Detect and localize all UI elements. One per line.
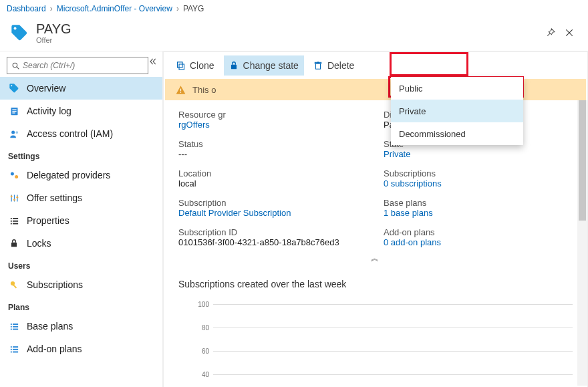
collapse-details-button[interactable]: ︽ [178, 247, 573, 267]
svg-rect-23 [13, 223, 18, 224]
state-option-private[interactable]: Private [391, 100, 523, 122]
svg-rect-26 [12, 284, 16, 288]
field-value: --- [178, 149, 368, 159]
svg-rect-33 [10, 346, 11, 348]
svg-rect-20 [10, 220, 11, 221]
field-label: Subscription [178, 198, 368, 208]
ytick: 40 [193, 371, 209, 378]
sidebar-item-label: Access control (IAM) [27, 128, 113, 139]
field-label: Add-on plans [384, 227, 573, 237]
addon-plans-link[interactable]: 0 add-on plans [384, 237, 573, 247]
state-option-public[interactable]: Public [391, 77, 523, 100]
field-label: Subscriptions [384, 168, 573, 178]
sidebar-item-activity-log[interactable]: Activity log [0, 100, 162, 122]
chevron-right-icon: › [176, 4, 179, 13]
svg-point-11 [15, 174, 18, 178]
svg-point-0 [14, 27, 17, 30]
sidebar: Overview Activity log Access control (IA… [0, 51, 163, 387]
sidebar-item-addon-plans[interactable]: Add-on plans [0, 338, 162, 360]
svg-rect-37 [10, 351, 11, 352]
page-subtitle: Offer [36, 36, 71, 44]
chevron-right-icon: › [50, 4, 53, 13]
breadcrumb-dashboard[interactable]: Dashboard [7, 4, 46, 13]
sidebar-item-label: Properties [27, 215, 69, 226]
settings-icon [8, 193, 20, 203]
breadcrumb: Dashboard › Microsoft.AdminOffer - Overv… [0, 0, 588, 17]
offer-tag-icon [9, 23, 29, 43]
sidebar-item-subscriptions[interactable]: Subscriptions [0, 273, 162, 296]
breadcrumb-offer[interactable]: Microsoft.AdminOffer - Overview [57, 4, 172, 13]
page-titlebar: PAYG Offer [0, 17, 588, 51]
field-label: Base plans [384, 198, 573, 208]
warning-text: This o [192, 85, 216, 95]
subscriptions-link[interactable]: 0 subscriptions [384, 178, 573, 188]
svg-rect-19 [13, 218, 18, 219]
search-input-wrapper[interactable] [7, 57, 148, 74]
copy-icon [176, 61, 186, 71]
state-option-decommissioned[interactable]: Decommissioned [391, 122, 523, 145]
toolbar-label: Delete [327, 60, 354, 71]
change-state-menu: Public Private Decommissioned [391, 77, 523, 145]
svg-rect-38 [13, 351, 18, 352]
search-input[interactable] [23, 61, 144, 70]
state-link[interactable]: Private [384, 149, 573, 159]
sidebar-item-offer-settings[interactable]: Offer settings [0, 186, 162, 209]
svg-point-9 [15, 131, 18, 134]
sidebar-item-label: Locks [27, 238, 51, 249]
field-value: 0101536f-3f00-4321-a850-18a7b8c76ed3 [178, 237, 368, 247]
svg-rect-36 [13, 348, 18, 350]
base-plans-link[interactable]: 1 base plans [384, 208, 573, 218]
svg-point-17 [16, 196, 18, 198]
svg-point-3 [11, 85, 12, 86]
key-icon [8, 280, 20, 290]
field-label: Subscription ID [178, 227, 368, 237]
toolbar-label: Clone [190, 60, 214, 71]
collapse-sidebar-button[interactable] [148, 57, 157, 68]
clone-button[interactable]: Clone [170, 55, 220, 76]
ytick: 80 [193, 324, 209, 332]
sidebar-item-properties[interactable]: Properties [0, 209, 162, 232]
svg-rect-46 [180, 92, 181, 92]
sidebar-item-overview[interactable]: Overview [0, 77, 162, 100]
delegated-icon [8, 170, 20, 180]
resource-group-link[interactable]: rgOffers [178, 120, 368, 130]
sidebar-item-label: Offer settings [27, 192, 82, 203]
sidebar-item-label: Add-on plans [27, 344, 82, 354]
svg-rect-34 [13, 346, 18, 348]
iam-icon [8, 129, 20, 139]
svg-rect-5 [12, 109, 16, 110]
svg-rect-41 [231, 65, 237, 69]
change-state-button[interactable]: Change state [224, 55, 304, 76]
properties-icon [8, 216, 20, 226]
content-pane: Clone Change state Delete This o Public [163, 51, 588, 387]
svg-rect-31 [10, 328, 11, 330]
svg-rect-6 [12, 110, 16, 111]
svg-rect-29 [10, 326, 11, 327]
field-label: Resource gr [178, 110, 368, 120]
sidebar-section-users: Users [0, 255, 162, 273]
search-icon [11, 61, 20, 70]
chart-title: Subscriptions created over the last week [178, 279, 573, 289]
delete-button[interactable]: Delete [308, 55, 359, 76]
sidebar-item-delegated-providers[interactable]: Delegated providers [0, 164, 162, 186]
field-label: Status [178, 139, 368, 149]
toolbar-label: Change state [243, 60, 299, 71]
warning-icon [176, 85, 186, 95]
sidebar-item-base-plans[interactable]: Base plans [0, 315, 162, 338]
scrollbar[interactable] [577, 100, 587, 386]
sidebar-item-access-control[interactable]: Access control (IAM) [0, 122, 162, 145]
sidebar-item-locks[interactable]: Locks [0, 232, 162, 255]
svg-rect-24 [11, 243, 17, 247]
svg-point-10 [10, 172, 13, 175]
lock-icon [229, 61, 239, 71]
pin-button[interactable] [541, 23, 560, 42]
svg-rect-22 [10, 223, 11, 224]
svg-rect-30 [13, 326, 18, 327]
close-button[interactable] [560, 23, 579, 42]
sidebar-item-label: Base plans [27, 321, 73, 332]
field-value: local [178, 178, 368, 188]
subscriptions-chart: 100 80 60 40 [178, 297, 573, 384]
scrollbar-thumb[interactable] [579, 100, 586, 221]
subscription-link[interactable]: Default Provider Subscription [178, 208, 368, 218]
breadcrumb-current: PAYG [183, 4, 204, 13]
